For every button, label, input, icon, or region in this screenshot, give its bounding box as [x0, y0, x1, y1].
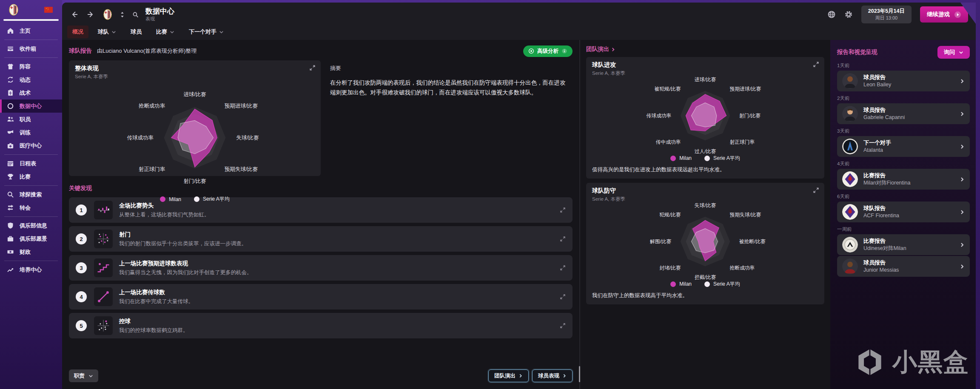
expand-icon[interactable]	[309, 65, 316, 71]
svg-text:射门/比赛: 射门/比赛	[739, 113, 761, 118]
ask-button[interactable]: 询问	[937, 46, 970, 59]
sidebar-item[interactable]: 日程表	[0, 157, 62, 170]
report-card[interactable]: 球队报告 ACF Fiorentina	[837, 202, 970, 222]
continue-button-label: 继续游戏	[927, 11, 950, 18]
timeline-time-label: 1天前	[837, 62, 970, 69]
sidebar-item[interactable]: 数据中心	[0, 99, 62, 113]
reports-panel-title: 报告和视觉呈现	[837, 48, 877, 56]
tab[interactable]: 概况	[67, 26, 88, 38]
league-average-legend-label: Serie A平均	[713, 155, 740, 162]
svg-text:被抢断/比赛: 被抢断/比赛	[739, 239, 766, 244]
duty-dropdown[interactable]: 职责	[69, 369, 98, 382]
tab[interactable]: 球队	[93, 26, 121, 38]
sidebar-item[interactable]: 训练	[0, 126, 62, 139]
tab-label: 球员	[131, 28, 142, 36]
chevron-down-icon	[88, 374, 93, 378]
league-average-legend-dot	[704, 281, 710, 287]
expand-icon[interactable]	[813, 61, 819, 68]
game-date[interactable]: 2023年5月14日 周日 13:00	[861, 6, 912, 23]
svg-text:预期失球/比赛: 预期失球/比赛	[730, 212, 761, 218]
sidebar-item[interactable]: 动态	[0, 73, 62, 86]
globe-icon[interactable]	[827, 10, 836, 19]
sidebar-item[interactable]: 职员	[0, 113, 62, 126]
key-finding-item[interactable]: 5 控球 我们的控球率数据鹤立鸡群。	[69, 313, 573, 338]
tab[interactable]: 比赛	[151, 26, 179, 38]
forward-arrow-icon[interactable]	[86, 10, 94, 19]
report-card[interactable]: 球员报告 Gabriele Capanni	[837, 103, 970, 124]
report-card[interactable]: 球员报告 Leon Bailey	[837, 71, 970, 91]
finding-title: 控球	[119, 318, 188, 325]
sidebar-item[interactable]: 转会	[0, 201, 62, 214]
sidebar-item[interactable]: 主页	[0, 24, 62, 37]
svg-text:传球成功率: 传球成功率	[127, 135, 154, 141]
player-performance-button[interactable]: 球员表现	[532, 369, 573, 382]
chevron-right-icon	[518, 374, 523, 378]
team-performance-column: 团队演出 球队进攻 Serie A, 本赛季 进球/比赛预期进球/比赛射门/比赛…	[580, 40, 830, 389]
team-performance-button[interactable]: 团队演出	[488, 369, 529, 382]
overview-column: 球队报告 由Luciano Vulcano(首席表现分析师)整理 高级分析 整体…	[62, 40, 579, 389]
sidebar-item[interactable]: 收件箱	[0, 42, 62, 55]
report-card-name: ACF Fiorentina	[863, 213, 899, 219]
advanced-analysis-button[interactable]: 高级分析	[523, 45, 573, 57]
sidebar-item[interactable]: 俱乐部信息	[0, 219, 62, 232]
sidebar-item-label: 动态	[20, 76, 31, 84]
staff-icon	[7, 116, 14, 123]
chevron-right-icon	[960, 242, 965, 247]
chevron-down-icon	[219, 30, 224, 34]
continue-button[interactable]: 继续游戏	[920, 6, 968, 23]
expand-icon[interactable]	[560, 323, 566, 329]
watermark: 小黑盒	[854, 346, 969, 379]
finding-number-badge: 5	[76, 320, 87, 331]
panel-subtitle: Serie A, 本赛季	[75, 74, 108, 80]
sidebar-item[interactable]: 阵容	[0, 60, 62, 73]
sidebar-item-label: 日程表	[20, 160, 36, 168]
tactics-icon	[7, 89, 14, 97]
milan-club-badge[interactable]	[103, 9, 112, 20]
player-performance-label: 球员表现	[538, 372, 559, 380]
expand-icon[interactable]	[813, 187, 819, 193]
expand-icon[interactable]	[560, 294, 566, 300]
tab[interactable]: 球员	[125, 26, 147, 38]
tab-label: 概况	[72, 28, 83, 36]
sort-chevrons-icon[interactable]	[119, 11, 125, 18]
atalanta-badge	[842, 139, 858, 154]
team-performance-header[interactable]: 团队演出	[586, 44, 824, 54]
sidebar-item-label: 战术	[20, 89, 31, 97]
team-attack-radar: 进球/比赛预期进球/比赛射门/比赛射正球门率过人/比赛传中成功率传球成功率被犯规…	[586, 77, 824, 155]
scrollbar-thumb[interactable]	[579, 366, 580, 382]
chart-legend: Milan Serie A平均	[586, 155, 824, 165]
gear-icon[interactable]	[844, 10, 853, 19]
sidebar-progress-bar	[3, 19, 59, 21]
sidebar-item[interactable]: 俱乐部愿景	[0, 232, 62, 245]
sidebar-item[interactable]: 医疗中心	[0, 139, 62, 152]
back-arrow-icon[interactable]	[71, 10, 79, 19]
dynamics-icon	[7, 76, 14, 83]
search-icon[interactable]	[132, 11, 139, 18]
chevron-right-icon	[960, 111, 965, 116]
key-finding-item[interactable]: 2 射门 我们的射门数据似乎十分出类拔萃，应该进一步调查。	[69, 226, 573, 252]
key-finding-item[interactable]: 4 上一场比赛传球数 我们在比赛中完成了大量传球。	[69, 284, 573, 309]
sidebar-item[interactable]: 战术	[0, 86, 62, 99]
report-card[interactable]: 球员报告 Junior Messias	[837, 256, 970, 277]
timeline-time-label: 4天前	[837, 161, 970, 167]
fiorentina-badge	[842, 171, 858, 187]
sidebar-item-label: 球探搜索	[20, 191, 42, 199]
report-card[interactable]: 比赛报告 Milan对阵Fiorentina	[837, 169, 970, 190]
sidebar-item[interactable]: 球探搜索	[0, 188, 62, 201]
sidebar-item[interactable]: 比赛	[0, 170, 62, 183]
sidebar-item[interactable]: 财政	[0, 245, 62, 258]
expand-icon[interactable]	[560, 236, 566, 242]
svg-text:犯规/比赛: 犯规/比赛	[659, 212, 681, 217]
report-card[interactable]: 比赛报告 Udinese对阵Milan	[837, 234, 970, 255]
tab[interactable]: 下一个对手	[184, 26, 229, 38]
milan-club-badge[interactable]	[9, 4, 19, 16]
sidebar-item-label: 数据中心	[20, 102, 42, 110]
report-card[interactable]: 下一个对手 Atalanta	[837, 136, 970, 157]
report-card-type: 球队报告	[863, 205, 899, 212]
svg-text:失球/比赛: 失球/比赛	[236, 135, 259, 141]
sidebar-item[interactable]: 培养中心	[0, 263, 62, 276]
key-finding-item[interactable]: 3 上一场比赛预期进球数表现 我们赢得当之无愧，因为我们比对手创造了更多的机会。	[69, 255, 573, 281]
expand-icon[interactable]	[560, 207, 566, 213]
team-performance-label: 团队演出	[494, 372, 516, 380]
expand-icon[interactable]	[560, 265, 566, 271]
